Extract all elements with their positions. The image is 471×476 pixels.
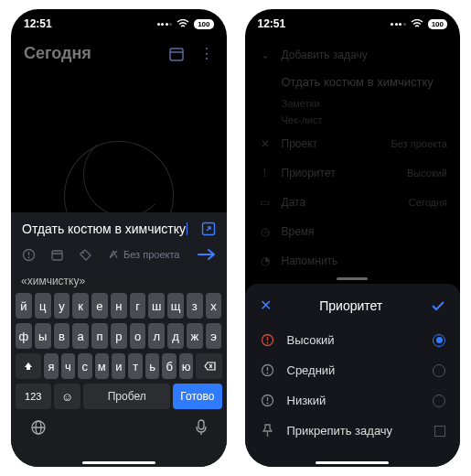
project-label: Без проекта (123, 249, 179, 260)
clock-icon: ◷ (258, 225, 273, 238)
key-в[interactable]: в (54, 323, 70, 349)
pin-icon (260, 424, 276, 438)
key-й[interactable]: й (16, 293, 32, 319)
exclaim-medium-icon (260, 363, 276, 377)
priority-option-medium[interactable]: Средний (258, 355, 448, 385)
close-icon[interactable]: ✕ (260, 297, 272, 314)
svg-rect-12 (198, 420, 204, 429)
key-к[interactable]: к (72, 293, 89, 319)
svg-point-5 (28, 256, 30, 258)
task-input-field[interactable]: Отдать костюм в химчистку (22, 222, 186, 236)
svg-point-15 (267, 342, 269, 344)
checkbox[interactable] (434, 426, 445, 437)
tag-icon[interactable] (79, 248, 92, 262)
project-icon[interactable]: Без проекта (107, 248, 179, 261)
sheet-grabber[interactable] (337, 277, 368, 280)
svg-rect-0 (170, 49, 183, 60)
key-м[interactable]: м (95, 353, 109, 379)
battery-icon: 100 (194, 19, 213, 29)
emoji-key[interactable]: ☺ (54, 384, 81, 409)
task-input-panel: Отдать костюм в химчистку Без проекта (11, 212, 227, 267)
key-о[interactable]: о (130, 323, 146, 349)
priority-option-pin[interactable]: Прикрепить задачу (258, 416, 448, 446)
key-ь[interactable]: ь (145, 353, 159, 379)
priority-option-high[interactable]: Высокий (258, 325, 448, 355)
key-е[interactable]: е (91, 293, 108, 319)
shift-key[interactable] (16, 353, 41, 379)
sheet-title: Приоритет (319, 298, 382, 313)
key-ш[interactable]: ш (148, 293, 165, 319)
key-б[interactable]: б (162, 353, 176, 379)
key-ы[interactable]: ы (35, 323, 51, 349)
key-л[interactable]: л (148, 323, 165, 349)
calendar-icon[interactable] (168, 46, 185, 62)
dim-background: ⌄Добавить задачу Отдать костюм в химчист… (245, 35, 461, 281)
svg-point-8 (82, 252, 84, 254)
more-icon[interactable]: ⋮ (199, 49, 214, 59)
radio[interactable] (433, 395, 445, 407)
chevron-down-icon: ⌄ (258, 49, 273, 61)
key-щ[interactable]: щ (167, 293, 184, 319)
status-bar: 12:51 100 (245, 9, 461, 35)
bell-icon: ◔ (258, 254, 273, 267)
home-indicator[interactable] (82, 461, 155, 464)
key-ж[interactable]: ж (187, 323, 203, 349)
key-ц[interactable]: ц (35, 293, 51, 319)
home-indicator[interactable] (316, 461, 389, 464)
phone-right: 12:51 100 ⌄Добавить задачу Отдать костюм… (245, 9, 461, 467)
backspace-key[interactable] (196, 353, 221, 379)
key-э[interactable]: э (206, 323, 222, 349)
key-ч[interactable]: ч (61, 353, 75, 379)
key-я[interactable]: я (44, 353, 58, 379)
priority-sheet: ✕ Приоритет Высокий Средний Низкий Прикр… (245, 284, 461, 467)
globe-icon[interactable] (30, 419, 47, 436)
priority-option-low[interactable]: Низкий (258, 385, 448, 416)
radio[interactable] (433, 364, 445, 377)
key-с[interactable]: с (78, 353, 91, 379)
priority-icon: ! (258, 167, 273, 179)
send-icon[interactable] (198, 247, 216, 262)
key-т[interactable]: т (128, 353, 142, 379)
notes-label: Заметки (258, 96, 448, 113)
keyboard-suggestion[interactable]: «химчистку» (14, 273, 224, 293)
dots-icon (391, 23, 406, 26)
key-у[interactable]: у (54, 293, 70, 319)
add-task-label: Добавить задачу (282, 49, 448, 61)
radio-selected[interactable] (433, 334, 445, 347)
expand-icon[interactable] (201, 222, 216, 236)
key-г[interactable]: г (130, 293, 146, 319)
task-name: Отдать костюм в химчистку (258, 70, 448, 96)
status-bar: 12:51 100 (11, 9, 227, 35)
keyboard: «химчистку» йцукенгшщзх фывапролджэ ячсм… (11, 267, 227, 467)
checklist-label: Чек-лист (258, 113, 448, 129)
key-ф[interactable]: ф (16, 323, 32, 349)
calendar-icon: ▭ (258, 196, 273, 209)
page-title: Сегодня (24, 44, 91, 63)
key-а[interactable]: а (72, 323, 89, 349)
exclaim-high-icon (260, 333, 276, 347)
phone-left: 12:51 100 Сегодня ⋮ Отдать костюм в химч… (11, 9, 227, 467)
key-н[interactable]: н (111, 293, 127, 319)
key-п[interactable]: п (91, 323, 108, 349)
key-д[interactable]: д (167, 323, 184, 349)
exclaim-low-icon (260, 394, 276, 407)
wifi-icon (411, 19, 423, 28)
dots-icon (157, 23, 173, 26)
key-р[interactable]: р (111, 323, 127, 349)
check-icon[interactable] (431, 299, 445, 312)
key-х[interactable]: х (206, 293, 222, 319)
priority-icon[interactable] (22, 248, 36, 262)
header: Сегодня ⋮ (11, 35, 227, 69)
key-и[interactable]: и (112, 353, 125, 379)
key-ю[interactable]: ю (179, 353, 193, 379)
status-right: 100 (391, 19, 447, 29)
status-right: 100 (157, 19, 214, 29)
spacebar-key[interactable]: Пробел (83, 384, 170, 409)
wifi-icon (177, 19, 189, 28)
key-з[interactable]: з (187, 293, 203, 319)
date-icon[interactable] (50, 248, 64, 262)
mic-icon[interactable] (195, 419, 208, 436)
done-key[interactable]: Готово (173, 384, 221, 409)
svg-rect-6 (52, 251, 62, 260)
numeric-key[interactable]: 123 (16, 384, 51, 409)
